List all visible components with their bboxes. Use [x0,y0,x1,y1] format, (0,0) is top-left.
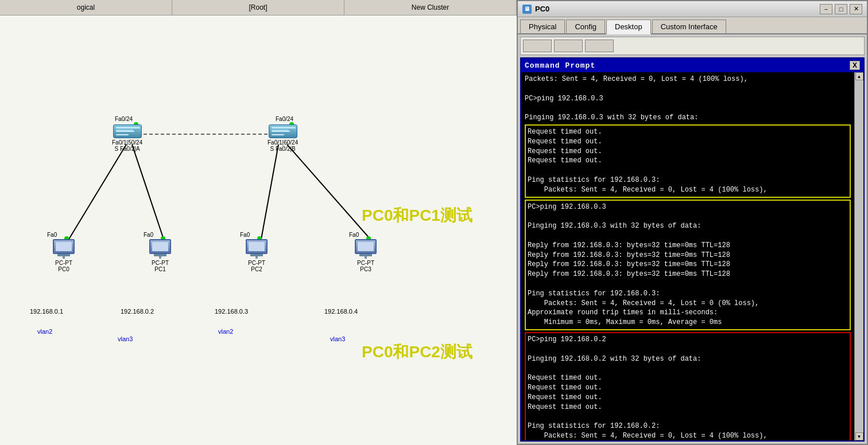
pc1-ip: 192.168.0.2 [121,308,154,315]
switch-b-label: Fa0/1|60/24S Fa0/2|B [268,139,298,152]
cmd-scrollbar[interactable]: ▲ ▼ [854,72,863,440]
pc0-device[interactable]: PC-PTPC0 [53,239,75,272]
port-fa0-pc1: Fa0 [144,232,153,238]
top-bar-root[interactable]: [Root] [172,0,344,15]
svg-line-3 [261,145,278,239]
cmd-section-yellow-1: Request timed out. Request timed out. Re… [525,124,851,198]
minimize-button[interactable]: − [820,4,832,14]
pc2-ip: 192.168.0.3 [215,308,248,315]
svg-line-4 [287,145,370,239]
pc3-ip: 192.168.0.4 [324,308,358,315]
window-title: 🖥 PC0 [522,5,549,14]
port-fa0-pc0: Fa0 [47,232,57,238]
switch-body-a [113,124,142,138]
cmd-close-button[interactable]: X [850,61,860,70]
scrollbar-down[interactable]: ▼ [855,432,863,440]
browser-chrome [520,37,865,55]
tab-custom-interface[interactable]: Custom Interface [652,19,726,33]
pc1-device[interactable]: PC-PTPC1 [149,239,171,272]
pc2-vlan: vlan2 [218,328,233,335]
tabs-bar: Physical Config Desktop Custom Interface [518,17,867,34]
top-bar-cluster[interactable]: New Cluster [344,0,517,15]
close-button[interactable]: ✕ [850,4,862,14]
tab-physical[interactable]: Physical [520,19,565,33]
pc2-label: PC-PTPC2 [248,260,265,272]
port-fa0-pc2: Fa0 [240,232,250,238]
pc0-window: 🖥 PC0 − □ ✕ Physical Config Desktop Cust… [517,0,868,445]
browser-btn-2[interactable] [554,40,583,52]
pc3-vlan: vlan3 [330,335,345,342]
window-controls: − □ ✕ [820,4,862,14]
cmd-content-area: Packets: Sent = 4, Received = 0, Lost = … [521,72,863,440]
annotation-pc0-pc1: PC0和PC1测试 [362,205,472,227]
pc1-vlan: vlan3 [118,335,133,342]
top-bar: ogical [Root] New Cluster [0,0,517,15]
browser-btn-1[interactable] [523,40,552,52]
port-label-swb-top: Fa0/24 [276,116,293,122]
pc0-ip: 192.168.0.1 [30,308,63,315]
window-titlebar: 🖥 PC0 − □ ✕ [518,1,867,17]
pc0-label: PC-PTPC0 [55,260,72,272]
switch-a-label: Fa0/1|50/24S Fa0/2|A [112,139,142,152]
cmd-section-yellow-2: PC>ping 192.168.0.3 Pinging 192.168.0.3 … [525,200,851,330]
cmd-titlebar: Command Prompt X [521,58,863,72]
cmd-window: Command Prompt X Packets: Sent = 4, Rece… [520,57,865,442]
switch-body-b [269,124,297,138]
pc1-label: PC-PTPC1 [152,260,169,272]
network-diagram-svg [0,15,517,445]
cmd-section-red: PC>ping 192.168.0.2 Pinging 192.168.0.2 … [525,332,851,440]
cmd-line-4 [525,103,851,113]
cmd-title-text: Command Prompt [525,61,595,70]
port-label-swa-top: Fa0/24 [115,116,133,122]
cmd-line-3: PC>ping 192.168.0.3 [525,94,851,104]
maximize-button[interactable]: □ [835,4,847,14]
annotation-pc0-pc2: PC0和PC2测试 [362,341,472,363]
cmd-line-2 [525,84,851,94]
browser-btn-3[interactable] [585,40,614,52]
tab-config[interactable]: Config [566,19,605,33]
top-bar-logical[interactable]: ogical [0,0,172,15]
window-title-text: PC0 [535,5,549,13]
svg-line-2 [132,145,164,239]
switch-a[interactable]: Fa0/1|50/24S Fa0/2|A [112,124,142,152]
window-title-icon: 🖥 [522,5,532,14]
tab-desktop[interactable]: Desktop [606,19,651,34]
left-panel: ogical [Root] New Cluster [0,0,517,445]
pc2-device[interactable]: PC-PTPC2 [246,239,268,272]
switch-b[interactable]: Fa0/1|60/24S Fa0/2|B [268,124,298,152]
svg-line-1 [69,145,126,239]
diagram-area: Fa0/1|50/24S Fa0/2|A Fa0/1|60/24S Fa0/2|… [0,15,517,445]
cmd-body[interactable]: Packets: Sent = 4, Received = 0, Lost = … [521,72,854,440]
port-fa0-pc3: Fa0 [349,232,359,238]
pc3-device[interactable]: PC-PTPC3 [355,239,377,272]
cmd-line-1: Packets: Sent = 4, Received = 0, Lost = … [525,75,851,84]
scrollbar-up[interactable]: ▲ [855,72,863,80]
desktop-area: Command Prompt X Packets: Sent = 4, Rece… [518,34,867,444]
pc3-label: PC-PTPC3 [357,260,374,272]
cmd-line-5: Pinging 192.168.0.3 with 32 bytes of dat… [525,113,851,123]
pc0-vlan: vlan2 [37,328,52,335]
